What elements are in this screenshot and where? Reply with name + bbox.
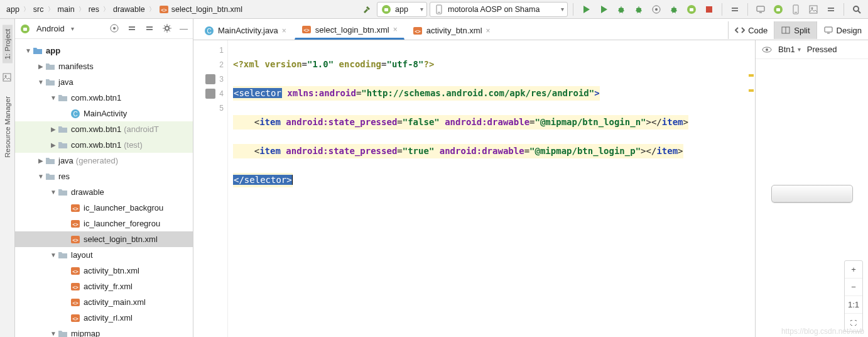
zoom-out-button[interactable]: −: [845, 279, 862, 296]
code-icon: [735, 25, 745, 35]
tree-node-activity-btn[interactable]: activity_btn.xml: [15, 263, 193, 279]
tree-node-res[interactable]: ▼res: [15, 168, 193, 184]
tree-node-pkg-test[interactable]: ▶com.xwb.btn1(test): [15, 137, 193, 153]
state-label[interactable]: Pressed: [807, 45, 837, 54]
crumb-main[interactable]: main: [55, 4, 77, 15]
zoom-in-button[interactable]: +: [845, 261, 862, 279]
project-tree[interactable]: ▼app ▶manifests ▼java ▼com.xwb.btn1 Main…: [15, 39, 193, 337]
tool-tab-project[interactable]: 1: Project: [3, 25, 13, 64]
line-number: 1: [219, 46, 224, 55]
search-button[interactable]: [849, 2, 864, 17]
close-icon[interactable]: ×: [282, 26, 286, 35]
hide-tool-window-icon[interactable]: —: [180, 24, 188, 33]
breadcrumb: app〉 src〉 main〉 res〉 drawable〉 select_lo…: [4, 3, 245, 16]
device-dropdown[interactable]: motorola AOSP on Shama: [430, 2, 568, 17]
sync-button[interactable]: [727, 2, 742, 17]
chevron-icon: 〉: [48, 5, 54, 14]
project-pane-header: Android ▾ —: [15, 19, 193, 39]
attach-icon: [669, 4, 679, 14]
tree-node-java-generated[interactable]: ▶java(generated): [15, 153, 193, 168]
tree-node-mainactivity[interactable]: MainActivity: [15, 106, 193, 121]
tree-node-activity-rl[interactable]: activity_rl.xml: [15, 310, 193, 326]
apply-icon: [599, 4, 609, 14]
tool-tab-resource-manager[interactable]: Resource Manager: [3, 92, 13, 162]
chevron-icon: 〉: [23, 5, 30, 14]
coverage-button[interactable]: [631, 2, 646, 17]
tree-node-drawable[interactable]: ▼drawable: [15, 184, 193, 200]
expand-all-icon[interactable]: [127, 23, 138, 35]
android-profiler-icon: [686, 4, 697, 14]
mode-split[interactable]: Split: [774, 21, 816, 39]
zoom-1-1-button[interactable]: 1:1: [845, 296, 862, 314]
tree-node-ic-bg[interactable]: ic_launcher_backgrou: [15, 200, 193, 216]
tree-node-java[interactable]: ▼java: [15, 74, 193, 90]
tree-node-select-login-btn[interactable]: select_login_btn.xml: [15, 231, 193, 247]
variant-dropdown[interactable]: Btn1: [778, 45, 801, 54]
tree-node-manifests[interactable]: ▶manifests: [15, 58, 193, 74]
editor-gutter[interactable]: 1 2 3 4 5: [193, 40, 228, 337]
crumb-file[interactable]: select_login_btn.xml: [156, 3, 245, 16]
close-icon[interactable]: ×: [393, 25, 398, 34]
warning-stripe[interactable]: [747, 40, 755, 337]
gutter-preview-icon[interactable]: [205, 89, 215, 99]
gutter-preview-icon[interactable]: [205, 74, 215, 84]
tree-node-pkg1[interactable]: ▼com.xwb.btn1: [15, 90, 193, 106]
tree-node-activity-main[interactable]: activity_main.xml: [15, 294, 193, 310]
avd-icon: [756, 4, 766, 14]
eye-icon[interactable]: [762, 45, 772, 55]
mode-design[interactable]: Design: [816, 21, 868, 39]
sdk-button[interactable]: [771, 2, 786, 17]
build-button[interactable]: [359, 2, 374, 17]
mode-code[interactable]: Code: [728, 21, 774, 39]
close-icon[interactable]: ×: [486, 26, 491, 35]
tab-mainactivity[interactable]: MainActivity.java×: [197, 21, 293, 40]
chevron-icon: 〉: [103, 5, 109, 14]
more-icon: [826, 4, 836, 14]
tree-node-pkg-androidtest[interactable]: ▶com.xwb.btn1(androidT: [15, 121, 193, 137]
search-icon: [852, 4, 862, 14]
stop-button[interactable]: [702, 2, 717, 17]
project-view-dropdown[interactable]: Android: [36, 24, 65, 33]
profile-button[interactable]: [649, 2, 664, 17]
layout-inspector-button[interactable]: [788, 2, 803, 17]
preview-canvas[interactable]: + − 1:1 ⛶: [756, 59, 868, 337]
xml-icon: [413, 26, 423, 36]
phone-icon: [434, 4, 444, 14]
resource-button[interactable]: [806, 2, 821, 17]
gear-icon[interactable]: [162, 23, 173, 35]
more-button[interactable]: [823, 2, 838, 17]
run-button[interactable]: [578, 2, 594, 17]
warning-marker[interactable]: [749, 89, 754, 92]
collapse-all-icon[interactable]: [144, 23, 156, 35]
crumb-src[interactable]: src: [31, 4, 46, 15]
android-profiler-button[interactable]: [684, 2, 699, 17]
avd-button[interactable]: [753, 2, 768, 17]
crumb-drawable[interactable]: drawable: [111, 4, 148, 15]
line-number: 2: [219, 60, 224, 69]
tab-select-login-btn[interactable]: select_login_btn.xml×: [295, 21, 404, 40]
crumb-res[interactable]: res: [86, 4, 102, 15]
apply-changes-button[interactable]: [596, 2, 611, 17]
android-icon: [381, 4, 391, 14]
top-toolbar: app〉 src〉 main〉 res〉 drawable〉 select_lo…: [0, 0, 868, 19]
coverage-icon: [634, 4, 644, 14]
tree-node-activity-fr[interactable]: activity_fr.xml: [15, 279, 193, 294]
debug-button[interactable]: [614, 2, 629, 17]
run-config-label: app: [395, 5, 408, 14]
device-label: motorola AOSP on Shama: [448, 5, 540, 14]
run-config-dropdown[interactable]: app: [377, 2, 427, 17]
tab-activity-btn[interactable]: activity_btn.xml×: [406, 21, 497, 40]
left-tool-stripe: 1: Project Resource Manager: [0, 19, 15, 337]
scroll-from-source-icon[interactable]: [109, 23, 121, 35]
tree-node-mipmap[interactable]: ▼mipmap: [15, 326, 193, 337]
tree-node-layout[interactable]: ▼layout: [15, 247, 193, 263]
code-editor[interactable]: <?xml version="1.0" encoding="utf-8"?> <…: [228, 40, 755, 337]
crumb-app[interactable]: app: [4, 4, 22, 15]
tree-node-ic-fg[interactable]: ic_launcher_foregrou: [15, 216, 193, 231]
tree-node-app[interactable]: ▼app: [15, 43, 193, 58]
separator: [722, 3, 722, 16]
layout-icon: [791, 4, 801, 14]
bug-icon: [616, 4, 626, 14]
warning-marker[interactable]: [749, 74, 754, 77]
attach-debugger-button[interactable]: [666, 2, 681, 17]
